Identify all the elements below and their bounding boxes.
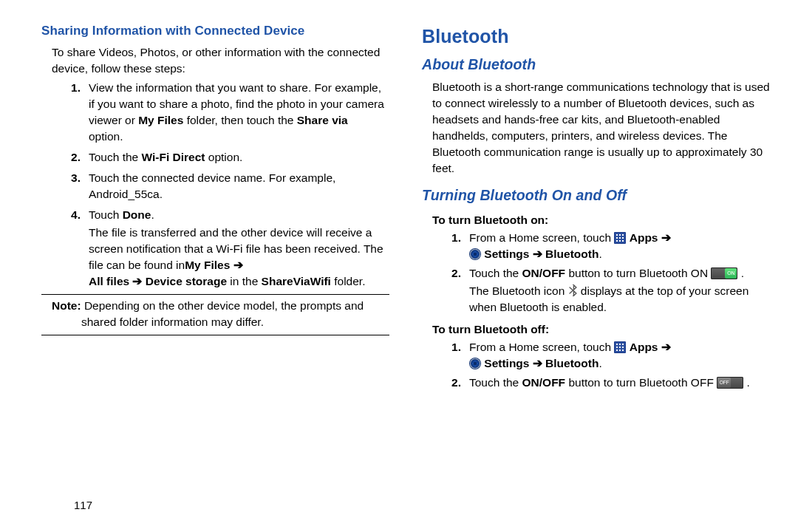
on-steps: From a Home screen, touch Apps ➔ Setting…	[422, 230, 770, 316]
arrow-icon: ➔	[233, 259, 243, 271]
note-label: Note:	[52, 299, 84, 312]
label-bluetooth: Bluetooth	[545, 248, 598, 260]
label-device-storage: Device storage	[146, 275, 227, 287]
divider	[41, 294, 389, 295]
label-settings: Settings	[484, 357, 529, 369]
left-heading: Sharing Information with Connected Devic…	[41, 22, 389, 40]
apps-icon	[614, 232, 626, 244]
about-text: Bluetooth is a short-range communication…	[422, 79, 770, 177]
to-turn-off-heading: To turn Bluetooth off:	[422, 321, 770, 338]
toggle-off-icon: OFF	[717, 377, 743, 389]
step-2: Touch the Wi-Fi Direct option.	[89, 149, 389, 166]
label-onoff: ON/OFF	[522, 267, 566, 279]
label-onoff: ON/OFF	[522, 376, 566, 389]
label-bluetooth: Bluetooth	[545, 357, 598, 369]
arrow-icon: ➔	[132, 275, 142, 287]
note-block: Note: Depending on the other device mode…	[41, 298, 389, 330]
label-done: Done	[123, 208, 151, 221]
page-number: 117	[74, 497, 92, 513]
to-turn-on-heading: To turn Bluetooth on:	[422, 212, 770, 228]
arrow-icon: ➔	[661, 231, 671, 244]
step-1: View the information that you want to sh…	[89, 80, 389, 145]
main-heading: Bluetooth	[422, 24, 770, 50]
arrow-icon: ➔	[533, 248, 542, 260]
step-3: Touch the connected device name. For exa…	[89, 170, 389, 202]
label-my-files: My Files	[138, 114, 183, 126]
off-steps: From a Home screen, touch Apps ➔ Setting…	[422, 339, 770, 391]
step-4: Touch Done. The file is transferred and …	[89, 207, 389, 290]
right-column: Bluetooth About Bluetooth Bluetooth is a…	[422, 22, 770, 517]
manual-page: Sharing Information with Connected Devic…	[0, 0, 798, 532]
about-heading: About Bluetooth	[422, 55, 770, 75]
left-steps: View the information that you want to sh…	[41, 80, 389, 290]
label-settings: Settings	[484, 248, 529, 260]
off-step-1: From a Home screen, touch Apps ➔ Setting…	[469, 339, 770, 372]
arrow-icon: ➔	[533, 357, 542, 369]
left-intro: To share Videos, Photos, or other inform…	[41, 44, 389, 77]
label-wifi-direct: Wi-Fi Direct	[142, 151, 205, 163]
label-my-files-2: My Files	[185, 259, 230, 271]
on-step-2: Touch the ON/OFF button to turn Bluetoot…	[469, 265, 770, 316]
settings-icon	[469, 358, 481, 369]
label-all-files: All files	[89, 275, 129, 287]
arrow-icon: ➔	[661, 341, 671, 353]
label-apps: Apps	[630, 341, 658, 353]
label-share-via: Share via	[297, 114, 348, 126]
apps-icon	[614, 341, 626, 353]
on-step-1: From a Home screen, touch Apps ➔ Setting…	[469, 230, 770, 262]
divider	[41, 335, 389, 335]
label-apps: Apps	[630, 231, 658, 244]
off-step-2: Touch the ON/OFF button to turn Bluetoot…	[469, 375, 770, 391]
bluetooth-icon	[568, 284, 578, 296]
left-column: Sharing Information with Connected Devic…	[41, 22, 389, 517]
turning-heading: Turning Bluetooth On and Off	[422, 185, 770, 206]
label-shareviawifi: ShareViaWifi	[262, 275, 331, 287]
settings-icon	[469, 248, 481, 260]
toggle-on-icon: ON	[711, 267, 737, 279]
